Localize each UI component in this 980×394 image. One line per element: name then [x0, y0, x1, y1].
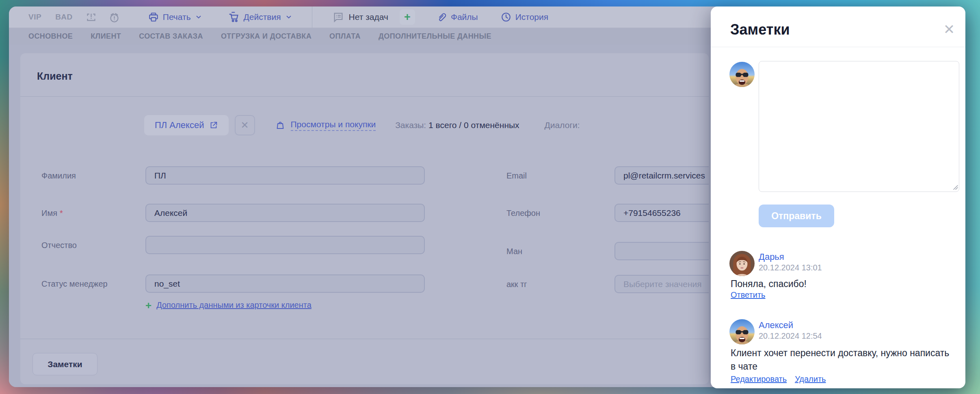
- notes-panel-title: Заметки: [730, 21, 790, 38]
- manager-status-field[interactable]: [145, 274, 425, 293]
- lastname-field[interactable]: [145, 166, 425, 185]
- tab-order-items[interactable]: СОСТАВ ЗАКАЗА: [139, 32, 203, 41]
- man-field[interactable]: [614, 242, 709, 260]
- phone-field[interactable]: [614, 204, 709, 222]
- actions-menu[interactable]: Действия: [228, 11, 292, 23]
- tasks-status[interactable]: Нет задач: [333, 11, 388, 23]
- reply-link[interactable]: Ответить: [731, 290, 766, 300]
- orders-summary: Заказы: 1 всего / 0 отменённых: [395, 120, 519, 130]
- note-actions: Редактировать Удалить: [731, 374, 826, 384]
- client-card: Клиент ПЛ Алексей ✕: [20, 53, 709, 384]
- files-button[interactable]: Файлы: [436, 12, 478, 22]
- field-label-man: Ман: [506, 247, 522, 256]
- tab-payment[interactable]: ОПЛАТА: [329, 32, 361, 41]
- clock-icon: [501, 12, 511, 22]
- dialogs-label: Диалоги:: [545, 120, 580, 130]
- bad-badge[interactable]: BAD: [55, 13, 73, 22]
- field-label-tg-account: акк тг: [506, 280, 527, 289]
- detach-customer-button[interactable]: ✕: [235, 115, 255, 135]
- note-timestamp: 20.12.2024 13:01: [759, 263, 822, 272]
- send-note-button[interactable]: Отправить: [759, 205, 834, 227]
- actions-label: Действия: [244, 12, 281, 22]
- divider: [711, 47, 965, 47]
- note-author-name[interactable]: Дарья: [759, 252, 784, 262]
- notes-panel: Заметки ✕ Отправить Дарья 20.12.2024 13:…: [711, 7, 965, 388]
- close-icon: ✕: [943, 21, 955, 37]
- history-button[interactable]: История: [501, 12, 548, 22]
- field-label-email: Email: [506, 171, 527, 180]
- customer-row: ПЛ Алексей ✕ Просм: [20, 115, 709, 135]
- note-actions: Ответить: [731, 290, 766, 300]
- vip-badge[interactable]: VIP: [28, 13, 41, 22]
- close-panel-button[interactable]: ✕: [940, 20, 958, 38]
- note-author-avatar: [729, 319, 755, 344]
- plus-icon: +: [145, 301, 151, 309]
- delete-link[interactable]: Удалить: [795, 374, 826, 384]
- note-text: Клиент хочет перенести доставку, нужно н…: [731, 346, 953, 373]
- note-timestamp: 20.12.2024 12:54: [759, 331, 822, 341]
- note-input[interactable]: [759, 61, 959, 192]
- print-menu[interactable]: Печать: [148, 12, 202, 22]
- divider: [20, 339, 709, 339]
- edit-link[interactable]: Редактировать: [731, 374, 787, 384]
- field-label-manager-status: Статус менеджер: [41, 279, 108, 288]
- no-tasks-label: Нет задач: [349, 12, 388, 22]
- orders-value: 1 всего / 0 отменённых: [428, 120, 519, 130]
- add-task-button[interactable]: +: [400, 9, 415, 25]
- tab-shipping[interactable]: ОТГРУЗКА И ДОСТАВКА: [221, 32, 312, 41]
- divider: [20, 96, 709, 97]
- note-author-name[interactable]: Алексей: [759, 320, 793, 331]
- tg-account-select[interactable]: [614, 275, 709, 293]
- client-section-title: Клиент: [37, 70, 73, 82]
- field-label-phone: Телефон: [506, 209, 540, 218]
- external-link-icon: [209, 121, 218, 130]
- field-label-lastname: Фамилия: [41, 171, 76, 180]
- notes-button[interactable]: Заметки: [32, 353, 97, 375]
- customer-name: ПЛ Алексей: [155, 120, 204, 131]
- shopping-bag-icon: [275, 120, 285, 130]
- cart-icon: [228, 11, 240, 23]
- note-author-avatar: [729, 251, 755, 276]
- chevron-down-icon: [195, 13, 202, 21]
- orders-label: Заказы:: [395, 120, 426, 130]
- views-purchases-link[interactable]: Просмотры и покупки: [275, 120, 376, 131]
- paperclip-icon: [436, 12, 447, 22]
- chevron-down-icon: [285, 13, 292, 21]
- print-label: Печать: [163, 12, 191, 22]
- current-user-avatar: [729, 62, 755, 87]
- field-label-patronymic: Отчество: [41, 241, 77, 250]
- box-alert-icon[interactable]: [86, 12, 97, 23]
- tab-main[interactable]: ОСНОВНОЕ: [28, 32, 73, 41]
- task-bubble-icon: [333, 11, 344, 23]
- customer-chip[interactable]: ПЛ Алексей: [144, 115, 229, 135]
- printer-icon: [148, 12, 159, 22]
- plus-icon: +: [404, 11, 411, 24]
- patronymic-field[interactable]: [145, 236, 425, 254]
- history-label: История: [515, 12, 548, 22]
- enrich-from-customer-link[interactable]: + Дополнить данными из карточки клиента: [145, 300, 312, 310]
- close-icon: ✕: [240, 120, 249, 131]
- note-text: Поняла, спасибо!: [731, 277, 953, 291]
- firstname-field[interactable]: [145, 204, 425, 222]
- files-label: Файлы: [451, 12, 478, 22]
- tab-client[interactable]: КЛИЕНТ: [91, 32, 121, 41]
- tab-additional-data[interactable]: ДОПОЛНИТЕЛЬНЫЕ ДАННЫЕ: [379, 32, 491, 41]
- toolbar-divider: [312, 7, 312, 28]
- email-field[interactable]: [614, 166, 709, 185]
- stopwatch-alert-icon[interactable]: [109, 12, 120, 23]
- field-label-firstname: Имя*: [41, 209, 63, 218]
- required-mark: *: [60, 209, 63, 218]
